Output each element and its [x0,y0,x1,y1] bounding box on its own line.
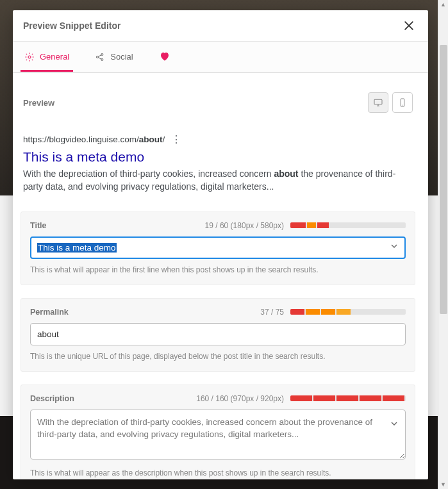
tab-social[interactable]: Social [91,43,137,72]
permalink-field-card: Permalink 37 / 75 This is the uniq [21,298,415,372]
title-input-wrap: This is a meta demo [30,236,406,259]
serp-desc-pre: With the depreciation of third-party coo… [23,169,274,179]
gear-icon [24,52,35,62]
serp-title: This is a meta demo [23,149,413,165]
svg-point-6 [402,104,402,105]
title-field-card: Title 19 / 60 (180px / 580px) This is a … [21,211,415,285]
svg-point-3 [101,58,103,60]
svg-rect-4 [374,99,382,104]
serp-description: With the depreciation of third-party coo… [23,167,413,194]
preview-label: Preview [23,98,54,108]
serp-desc-bold: about [274,169,298,179]
tabs-bar: General Social [13,42,428,73]
snippet-editor-modal: Preview Snippet Editor General Social Pr… [13,10,428,479]
svg-point-0 [28,56,31,58]
share-icon [95,52,105,62]
description-field-card: Description 160 / 160 (970px / 920px) [21,385,415,479]
scroll-up-icon[interactable]: ▲ [440,1,446,8]
permalink-helper: This is the unique URL of this page, dis… [30,352,406,361]
title-length-bar [290,222,406,228]
description-input[interactable] [30,410,406,460]
permalink-length-bar [290,309,406,315]
mobile-icon [397,97,408,108]
device-toggle [368,92,413,113]
title-count: 19 / 60 (180px / 580px) [205,221,284,230]
modal-header: Preview Snippet Editor [13,10,428,42]
scroll-down-icon[interactable]: ▼ [440,481,446,488]
description-count: 160 / 160 (970px / 920px) [196,394,284,403]
permalink-input-wrap [30,323,406,345]
permalink-label: Permalink [30,308,69,317]
title-input[interactable]: This is a meta demo [30,236,406,259]
svg-point-1 [97,56,99,58]
mobile-preview-button[interactable] [392,92,413,113]
tab-general-label: General [40,52,69,62]
description-label: Description [30,394,74,403]
description-helper: This is what will appear as the descript… [30,468,406,477]
permalink-input[interactable] [30,323,406,345]
serp-preview: https://blogvideo.linguise.com/about/ ⋮ … [21,126,415,211]
title-label: Title [30,221,46,230]
vertical-scrollbar[interactable]: ▲ ▼ [438,0,448,489]
tab-social-label: Social [110,52,133,62]
heart-icon [159,51,170,62]
preview-header: Preview [21,92,415,126]
permalink-count: 37 / 75 [260,308,284,317]
desktop-icon [373,97,383,108]
description-length-bar [290,395,406,401]
serp-kebab-icon[interactable]: ⋮ [171,133,181,145]
tab-general[interactable]: General [21,43,73,72]
close-button[interactable] [402,19,415,32]
description-input-wrap [30,410,406,462]
scrollbar-thumb[interactable] [440,45,447,314]
svg-point-2 [101,53,103,55]
serp-url-prefix: https://blogvideo.linguise.com/ [23,135,139,144]
serp-url: https://blogvideo.linguise.com/about/ ⋮ [23,133,413,145]
close-icon [402,19,415,32]
modal-body[interactable]: Preview https://blogvideo.linguise.com/a… [13,73,428,479]
serp-url-suffix: / [163,135,165,144]
title-input-value: This is a meta demo [37,243,117,253]
favorite-button[interactable] [155,42,174,72]
modal-title: Preview Snippet Editor [23,21,120,31]
title-helper: This is what will appear in the first li… [30,265,406,274]
desktop-preview-button[interactable] [368,92,388,113]
serp-url-bold: about [139,135,163,144]
